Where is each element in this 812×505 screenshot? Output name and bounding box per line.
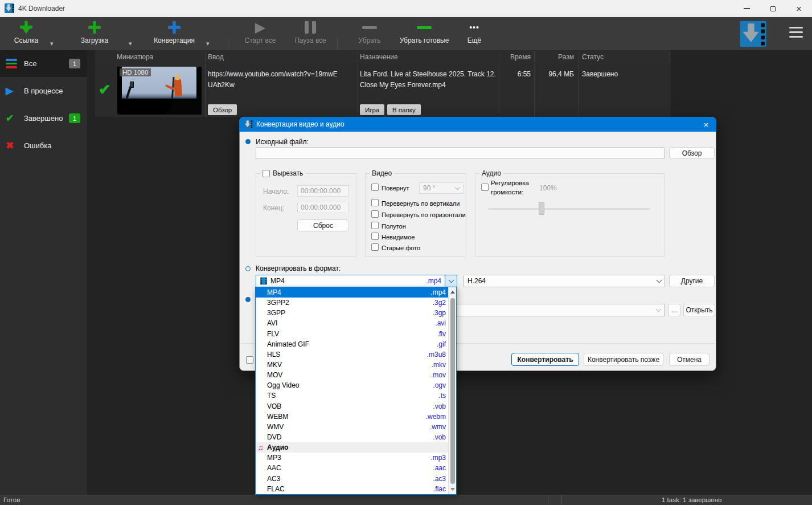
format-option[interactable]: AC3.ac3: [256, 474, 449, 484]
format-option[interactable]: HLS.m3u8: [256, 349, 449, 360]
flip-vertical-checkbox[interactable]: [371, 199, 379, 206]
bottom-option-checkbox[interactable]: [246, 356, 253, 364]
column-divider: [579, 52, 579, 62]
start-all-button[interactable]: ▶ Старт все: [236, 19, 285, 48]
format-option[interactable]: MP3.mp3: [256, 453, 449, 463]
close-button[interactable]: ×: [786, 0, 812, 17]
rotate-checkbox[interactable]: [371, 184, 379, 191]
download-menu-chevron-icon[interactable]: ▾: [129, 40, 132, 47]
scroll-up-icon[interactable]: [450, 291, 455, 294]
add-link-icon: [19, 19, 34, 36]
format-option[interactable]: TS.ts: [256, 390, 449, 401]
pause-all-icon: [305, 19, 316, 36]
column-header-thumbnail[interactable]: Миниатюра: [117, 53, 153, 61]
scroll-down-icon[interactable]: [450, 488, 455, 491]
output-open-button[interactable]: Открыть: [683, 304, 715, 316]
column-header-status[interactable]: Статус: [582, 53, 604, 61]
format-selected-name: MP4: [270, 277, 285, 285]
row-browse-button[interactable]: Обзор: [208, 104, 237, 115]
rotate-angle-select[interactable]: 90 °: [419, 182, 464, 194]
dropdown-scrollbar[interactable]: [448, 287, 456, 494]
convert-button[interactable]: Конвертировать: [511, 353, 579, 366]
format-option[interactable]: MP4.mp4: [256, 287, 449, 298]
row-play-button[interactable]: Игра: [360, 104, 384, 115]
column-divider: [358, 52, 358, 62]
status-bar: Готов 1 task: 1 завершено: [0, 495, 812, 505]
format-option[interactable]: Ogg Video.ogv: [256, 380, 449, 390]
remove-completed-button[interactable]: Убрать готовые: [393, 19, 456, 48]
column-header-size[interactable]: Разм: [535, 53, 574, 61]
add-conversion-button[interactable]: Конвертация: [147, 19, 202, 48]
output-browse-dots-button[interactable]: ...: [668, 304, 680, 316]
format-option[interactable]: 3GPP.3gp: [256, 308, 449, 318]
format-option[interactable]: WMV.wmv: [256, 422, 449, 432]
format-option[interactable]: MKV.mkv: [256, 360, 449, 370]
volume-slider-track[interactable]: [488, 208, 650, 210]
pause-all-button[interactable]: Пауза все: [286, 19, 335, 48]
column-header-time[interactable]: Время: [497, 53, 531, 61]
sidebar-item-all[interactable]: Все 1: [0, 50, 87, 77]
volume-slider-handle[interactable]: [539, 202, 544, 215]
column-header-input[interactable]: Ввод: [208, 53, 224, 61]
source-browse-button[interactable]: Обзор: [669, 147, 715, 159]
invisible-checkbox[interactable]: [371, 233, 379, 240]
source-file-input[interactable]: [256, 147, 665, 159]
hamburger-menu-icon[interactable]: [789, 24, 803, 40]
link-menu-chevron-icon[interactable]: ▾: [50, 40, 54, 47]
format-option[interactable]: VOB.vob: [256, 401, 449, 412]
source-section-bullet: [245, 139, 251, 144]
row-completed-check-icon: ✔: [99, 81, 111, 99]
format-option[interactable]: Animated GIF.gif: [256, 339, 449, 349]
app-icon: [5, 3, 14, 13]
download-row[interactable]: ✔ HD 1080 https://www.youtube.com/watch?…: [95, 64, 671, 117]
sidebar-item-error[interactable]: ✖ Ошибка: [0, 132, 87, 159]
remove-completed-icon: [417, 19, 432, 36]
cancel-button[interactable]: Отмена: [669, 353, 710, 366]
format-option[interactable]: 3GPP2.3g2: [256, 298, 449, 308]
format-option[interactable]: AVI.avi: [256, 318, 449, 328]
remove-button[interactable]: Убрать: [350, 19, 389, 48]
format-option[interactable]: MOV.mov: [256, 370, 449, 380]
video-thumbnail[interactable]: HD 1080: [117, 67, 202, 115]
column-header-destination[interactable]: Назначение: [360, 53, 398, 61]
format-option[interactable]: AAC.aac: [256, 463, 449, 473]
format-option[interactable]: DVD.vob: [256, 432, 449, 442]
format-select[interactable]: MP4 .mp4: [256, 275, 457, 287]
cut-start-input[interactable]: 00:00:00.000: [297, 185, 349, 197]
format-option[interactable]: FLV.flv: [256, 329, 449, 339]
column-divider: [579, 64, 579, 117]
flip-horizontal-checkbox[interactable]: [371, 210, 379, 218]
cut-end-label: Конец:: [263, 204, 284, 212]
cut-reset-button[interactable]: Сброс: [297, 219, 349, 231]
performer: [174, 79, 182, 97]
sidebar-item-completed[interactable]: ✔ Завершено 1: [0, 105, 87, 132]
cut-end-input[interactable]: 00:00:00.000: [297, 202, 349, 213]
more-button[interactable]: ••• Ещё: [460, 19, 489, 48]
video-group: Видео Повернут 90 ° Перевернуть по верти…: [365, 173, 466, 257]
old-photo-checkbox[interactable]: [371, 243, 379, 251]
add-link-button[interactable]: Ссылка: [6, 19, 47, 48]
sidebar-item-in-progress[interactable]: ▶ В процессе: [0, 78, 87, 104]
codec-select[interactable]: H.264: [464, 275, 665, 287]
video-format-icon: [260, 277, 268, 285]
row-open-folder-button[interactable]: В папку: [387, 104, 421, 115]
format-option[interactable]: FLAC.flac: [256, 484, 449, 494]
convert-later-button[interactable]: Конвертировать позже: [584, 353, 663, 366]
add-download-button[interactable]: Загрузка: [73, 19, 116, 48]
cut-checkbox[interactable]: [263, 170, 270, 177]
minimize-button[interactable]: [733, 0, 760, 17]
halftone-checkbox[interactable]: [371, 222, 379, 229]
codec-value: H.264: [467, 277, 486, 285]
format-option[interactable]: WEBM.webm: [256, 412, 449, 422]
conversion-menu-chevron-icon[interactable]: ▾: [206, 40, 210, 47]
window-title: 4K Downloader: [18, 5, 65, 13]
music-note-icon: ♫: [257, 442, 264, 453]
cut-group: Вырезать Начало: 00:00:00.000 Конец: 00:…: [256, 173, 356, 257]
remove-completed-label: Убрать готовые: [400, 36, 449, 44]
dialog-close-button[interactable]: ×: [697, 117, 715, 132]
scrollbar-thumb[interactable]: [450, 298, 455, 484]
format-select-arrow[interactable]: [445, 275, 457, 287]
volume-checkbox[interactable]: [481, 184, 489, 191]
format-others-button[interactable]: Другие: [669, 275, 715, 287]
maximize-button[interactable]: [760, 0, 786, 17]
